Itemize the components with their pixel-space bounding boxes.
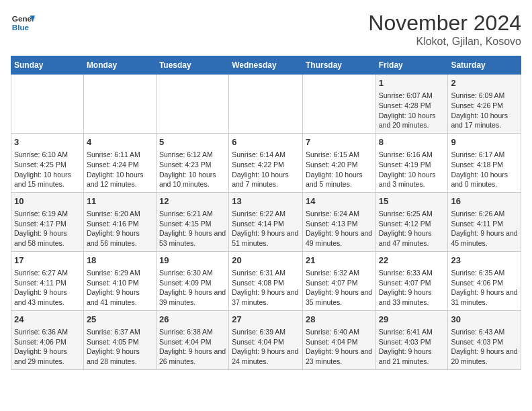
calendar-cell: 1Sunrise: 6:07 AMSunset: 4:28 PMDaylight… <box>375 75 448 134</box>
day-number: 21 <box>306 255 373 267</box>
cell-content: Sunset: 4:15 PM <box>159 219 226 229</box>
day-number: 3 <box>14 136 81 148</box>
calendar-cell: 26Sunrise: 6:38 AMSunset: 4:04 PMDayligh… <box>156 310 228 369</box>
logo: General Blue <box>11 11 35 35</box>
calendar-cell: 5Sunrise: 6:12 AMSunset: 4:23 PMDaylight… <box>156 133 228 192</box>
cell-content: Daylight: 10 hours and 3 minutes. <box>379 170 445 189</box>
cell-content: Daylight: 9 hours and 39 minutes. <box>159 287 226 307</box>
cell-content: Sunset: 4:24 PM <box>87 160 153 170</box>
cell-content: Sunset: 4:11 PM <box>14 278 81 288</box>
calendar-body: 1Sunrise: 6:07 AMSunset: 4:28 PMDaylight… <box>11 75 521 370</box>
cell-content: Sunrise: 6:29 AM <box>87 268 153 278</box>
calendar-cell: 25Sunrise: 6:37 AMSunset: 4:05 PMDayligh… <box>83 310 156 369</box>
cell-content: Sunset: 4:03 PM <box>379 337 445 347</box>
day-number: 18 <box>87 255 153 267</box>
calendar-cell: 7Sunrise: 6:15 AMSunset: 4:20 PMDaylight… <box>302 133 375 192</box>
svg-text:Blue: Blue <box>12 23 30 32</box>
cell-content: Sunset: 4:28 PM <box>379 101 445 111</box>
day-number: 11 <box>87 195 153 208</box>
calendar-cell: 28Sunrise: 6:40 AMSunset: 4:04 PMDayligh… <box>302 310 375 369</box>
cell-content: Sunrise: 6:16 AM <box>379 150 445 160</box>
cell-content: Sunrise: 6:33 AM <box>379 268 445 278</box>
calendar-cell: 3Sunrise: 6:10 AMSunset: 4:25 PMDaylight… <box>11 133 84 192</box>
cell-content: Daylight: 9 hours and 37 minutes. <box>232 287 300 307</box>
cell-content: Sunrise: 6:35 AM <box>451 268 518 278</box>
cell-content: Sunrise: 6:07 AM <box>379 91 445 101</box>
day-number: 19 <box>159 255 226 267</box>
cell-content: Sunrise: 6:11 AM <box>87 150 153 160</box>
day-number: 20 <box>232 255 300 267</box>
calendar-table: SundayMondayTuesdayWednesdayThursdayFrid… <box>11 56 521 370</box>
cell-content: Daylight: 10 hours and 10 minutes. <box>159 170 226 189</box>
day-number: 7 <box>306 136 373 148</box>
day-number: 17 <box>14 255 81 267</box>
cell-content: Daylight: 9 hours and 35 minutes. <box>306 287 373 307</box>
day-number: 15 <box>379 195 445 208</box>
cell-content: Daylight: 9 hours and 53 minutes. <box>159 228 226 248</box>
day-number: 1 <box>379 77 445 89</box>
cell-content: Sunset: 4:06 PM <box>14 337 81 347</box>
day-number: 16 <box>451 195 518 208</box>
cell-content: Sunrise: 6:15 AM <box>306 150 373 160</box>
cell-content: Daylight: 10 hours and 15 minutes. <box>14 170 81 189</box>
calendar-cell: 15Sunrise: 6:25 AMSunset: 4:12 PMDayligh… <box>375 192 448 251</box>
location-title: Klokot, Gjilan, Kosovo <box>368 36 521 48</box>
cell-content: Daylight: 10 hours and 12 minutes. <box>87 170 153 189</box>
day-number: 9 <box>451 136 518 148</box>
cell-content: Daylight: 9 hours and 41 minutes. <box>87 287 153 307</box>
weekday-header-friday: Friday <box>375 56 448 75</box>
calendar-cell: 2Sunrise: 6:09 AMSunset: 4:26 PMDaylight… <box>448 75 521 134</box>
cell-content: Daylight: 9 hours and 47 minutes. <box>379 228 445 248</box>
calendar-cell: 17Sunrise: 6:27 AMSunset: 4:11 PMDayligh… <box>11 251 84 310</box>
calendar-cell <box>229 75 303 134</box>
cell-content: Sunrise: 6:39 AM <box>232 327 300 337</box>
cell-content: Sunset: 4:26 PM <box>451 101 518 111</box>
calendar-cell: 20Sunrise: 6:31 AMSunset: 4:08 PMDayligh… <box>229 251 303 310</box>
weekday-header-thursday: Thursday <box>302 56 375 75</box>
cell-content: Sunrise: 6:19 AM <box>14 209 81 219</box>
day-number: 27 <box>232 314 300 326</box>
cell-content: Daylight: 9 hours and 31 minutes. <box>451 287 518 307</box>
calendar-cell: 27Sunrise: 6:39 AMSunset: 4:04 PMDayligh… <box>229 310 303 369</box>
calendar-cell: 11Sunrise: 6:20 AMSunset: 4:16 PMDayligh… <box>83 192 156 251</box>
day-number: 12 <box>159 195 226 208</box>
calendar-cell: 12Sunrise: 6:21 AMSunset: 4:15 PMDayligh… <box>156 192 228 251</box>
day-number: 13 <box>232 195 300 208</box>
cell-content: Sunset: 4:09 PM <box>159 278 226 288</box>
calendar-cell: 19Sunrise: 6:30 AMSunset: 4:09 PMDayligh… <box>156 251 228 310</box>
day-number: 10 <box>14 195 81 208</box>
cell-content: Sunrise: 6:25 AM <box>379 209 445 219</box>
cell-content: Daylight: 10 hours and 17 minutes. <box>451 111 518 130</box>
calendar-cell <box>83 75 156 134</box>
cell-content: Sunset: 4:07 PM <box>379 278 445 288</box>
cell-content: Daylight: 9 hours and 28 minutes. <box>87 347 153 366</box>
cell-content: Sunset: 4:19 PM <box>379 160 445 170</box>
cell-content: Daylight: 9 hours and 51 minutes. <box>232 228 300 248</box>
cell-content: Sunrise: 6:14 AM <box>232 150 300 160</box>
cell-content: Sunrise: 6:20 AM <box>87 209 153 219</box>
cell-content: Sunrise: 6:22 AM <box>232 209 300 219</box>
cell-content: Daylight: 9 hours and 33 minutes. <box>379 287 445 307</box>
cell-content: Sunrise: 6:17 AM <box>451 150 518 160</box>
cell-content: Sunrise: 6:21 AM <box>159 209 226 219</box>
calendar-week-row: 24Sunrise: 6:36 AMSunset: 4:06 PMDayligh… <box>11 310 521 369</box>
cell-content: Sunset: 4:13 PM <box>306 219 373 229</box>
day-number: 28 <box>306 314 373 326</box>
weekday-header-sunday: Sunday <box>11 56 84 75</box>
cell-content: Daylight: 9 hours and 58 minutes. <box>14 228 81 248</box>
calendar-cell <box>156 75 228 134</box>
cell-content: Sunrise: 6:09 AM <box>451 91 518 101</box>
day-number: 29 <box>379 314 445 326</box>
calendar-week-row: 10Sunrise: 6:19 AMSunset: 4:17 PMDayligh… <box>11 192 521 251</box>
calendar-cell: 30Sunrise: 6:43 AMSunset: 4:03 PMDayligh… <box>448 310 521 369</box>
month-title: November 2024 <box>368 11 521 36</box>
cell-content: Daylight: 9 hours and 20 minutes. <box>451 347 518 366</box>
calendar-cell: 10Sunrise: 6:19 AMSunset: 4:17 PMDayligh… <box>11 192 84 251</box>
cell-content: Sunset: 4:07 PM <box>306 278 373 288</box>
cell-content: Sunset: 4:14 PM <box>232 219 300 229</box>
calendar-week-row: 1Sunrise: 6:07 AMSunset: 4:28 PMDaylight… <box>11 75 521 134</box>
calendar-cell: 13Sunrise: 6:22 AMSunset: 4:14 PMDayligh… <box>229 192 303 251</box>
cell-content: Sunset: 4:12 PM <box>379 219 445 229</box>
calendar-cell: 16Sunrise: 6:26 AMSunset: 4:11 PMDayligh… <box>448 192 521 251</box>
day-number: 2 <box>451 77 518 89</box>
